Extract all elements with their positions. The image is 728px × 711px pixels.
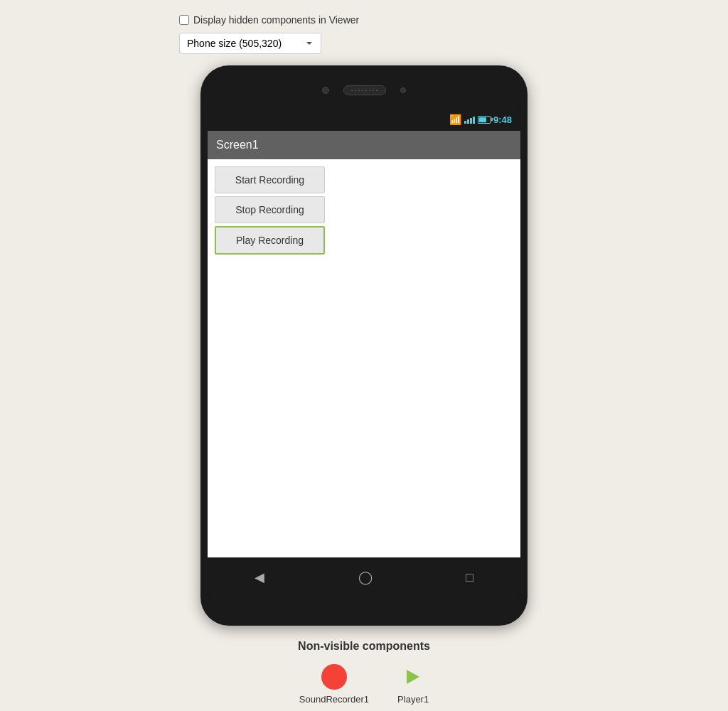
top-controls: Display hidden components in Viewer Phon… <box>179 14 549 54</box>
phone-camera-icon <box>322 87 329 94</box>
back-nav-icon[interactable]: ◀ <box>255 570 264 585</box>
status-time: 9:48 <box>493 114 512 125</box>
home-nav-icon[interactable]: ◯ <box>358 570 373 585</box>
battery-fill <box>479 117 486 122</box>
phone-front-camera-icon <box>400 87 406 93</box>
phone-size-dropdown[interactable]: Phone size (505,320) Tablet size (1024,7… <box>179 33 321 54</box>
phone-device: 📶 9:48 Screen1 Start R <box>200 65 528 626</box>
battery-icon <box>478 116 491 124</box>
player-label: Player1 <box>397 694 429 705</box>
screen-content: Start Recording Stop Recording Play Reco… <box>208 159 520 557</box>
signal-bar-1 <box>464 121 466 124</box>
phone-speaker-icon <box>343 85 386 95</box>
non-visible-components-row: SoundRecorder1 Player1 <box>298 664 430 705</box>
phone-bottom-bezel <box>208 597 520 619</box>
phone-nav-bar: ◀ ◯ □ <box>208 557 520 597</box>
app-title: Screen1 <box>216 139 259 151</box>
stop-recording-button[interactable]: Stop Recording <box>215 196 325 223</box>
status-icons: 📶 9:48 <box>449 114 512 125</box>
non-visible-section: Non-visible components SoundRecorder1 Pl… <box>298 640 430 705</box>
phone-screen: 📶 9:48 Screen1 Start R <box>208 108 520 597</box>
non-visible-title: Non-visible components <box>298 640 430 653</box>
checkbox-row: Display hidden components in Viewer <box>179 14 359 26</box>
start-recording-button[interactable]: Start Recording <box>215 166 325 193</box>
sound-recorder-component: SoundRecorder1 <box>299 664 369 705</box>
signal-bars-icon <box>464 115 475 124</box>
player-icon <box>400 664 426 690</box>
wifi-icon: 📶 <box>449 114 461 125</box>
play-triangle-icon <box>407 670 419 684</box>
app-bar: Screen1 <box>208 131 520 159</box>
player-component: Player1 <box>397 664 429 705</box>
signal-bar-2 <box>467 119 469 124</box>
display-hidden-checkbox[interactable] <box>179 15 189 25</box>
recents-nav-icon[interactable]: □ <box>466 570 473 585</box>
status-bar: 📶 9:48 <box>208 108 520 131</box>
play-recording-button[interactable]: Play Recording <box>215 226 325 255</box>
signal-bar-4 <box>473 117 475 124</box>
display-hidden-label: Display hidden components in Viewer <box>193 14 359 26</box>
phone-top-bezel <box>208 73 520 108</box>
sound-recorder-icon <box>321 664 347 690</box>
sound-recorder-label: SoundRecorder1 <box>299 694 369 705</box>
signal-bar-3 <box>470 118 472 124</box>
